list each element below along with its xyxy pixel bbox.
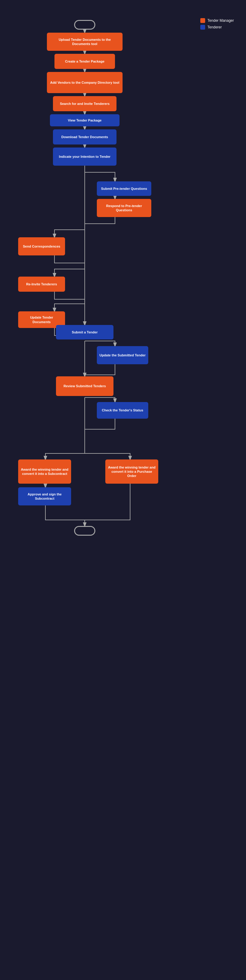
approve-sign-subcontract-node[interactable]: Approve and sign the Subcontract bbox=[18, 487, 71, 506]
send-correspondences-node[interactable]: Send Correspondences bbox=[18, 237, 65, 255]
legend: Tender Manager Tenderer bbox=[200, 18, 234, 30]
update-submitted-tender-node[interactable]: Update the Submitted Tender bbox=[97, 346, 148, 364]
award-purchase-order-node[interactable]: Award the winning tender and convert it … bbox=[105, 460, 158, 484]
submit-pretender-questions-node[interactable]: Submit Pre-tender Questions bbox=[97, 181, 151, 196]
legend-tender-manager: Tender Manager bbox=[200, 18, 234, 23]
download-tender-docs-node[interactable]: Download Tender Documents bbox=[53, 129, 117, 145]
legend-tenderer-dot bbox=[200, 25, 205, 30]
view-tender-package-node[interactable]: View Tender Package bbox=[50, 114, 120, 126]
diagram-container: Tender Manager Tenderer bbox=[0, 0, 246, 980]
legend-tenderer: Tenderer bbox=[200, 25, 234, 30]
legend-tender-manager-dot bbox=[200, 18, 205, 23]
respond-pretender-questions-node[interactable]: Respond to Pre-tender Questions bbox=[97, 199, 151, 217]
start-terminal bbox=[74, 20, 95, 30]
add-vendors-node[interactable]: Add Vendors to the Company Directory too… bbox=[47, 72, 123, 93]
check-tender-status-node[interactable]: Check the Tender's Status bbox=[97, 402, 148, 418]
review-submitted-tenders-node[interactable]: Review Submitted Tenders bbox=[56, 376, 113, 396]
search-invite-tenderers-node[interactable]: Search for and Invite Tenderers bbox=[53, 96, 117, 111]
end-terminal bbox=[74, 526, 95, 536]
legend-tenderer-label: Tenderer bbox=[208, 25, 222, 29]
create-tender-package-node[interactable]: Create a Tender Package bbox=[54, 54, 115, 69]
re-invite-tenderers-node[interactable]: Re-Invite Tenderers bbox=[18, 277, 65, 292]
legend-tender-manager-label: Tender Manager bbox=[208, 18, 234, 23]
upload-tender-docs-node[interactable]: Upload Tender Documents to the Documents… bbox=[47, 33, 123, 51]
submit-tender-node[interactable]: Submit a Tender bbox=[56, 325, 113, 339]
award-subcontract-node[interactable]: Award the winning tender and convert it … bbox=[18, 460, 71, 484]
indicate-intention-node[interactable]: Indicate your Intention to Tender bbox=[53, 148, 117, 165]
